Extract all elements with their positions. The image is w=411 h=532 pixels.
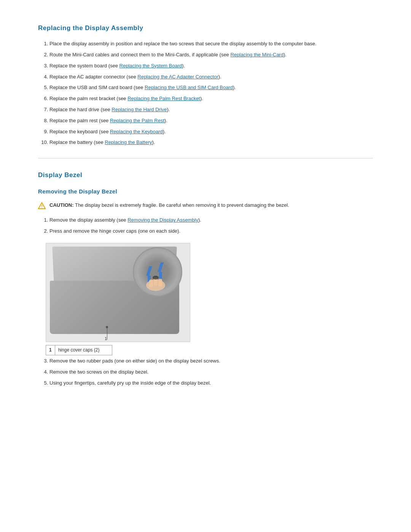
list-item: Replace the AC adapter connector (see Re…	[49, 73, 373, 81]
battery-link[interactable]: Replacing the Battery	[105, 139, 152, 145]
legend-number: 1	[46, 345, 55, 355]
step-text: Replace the palm rest (see Replacing the…	[49, 118, 167, 123]
legend-label: hinge cover caps (2)	[55, 345, 112, 355]
list-item: Press and remove the hinge cover caps (o…	[49, 227, 373, 235]
removing-display-bezel-title: Removing the Display Bezel	[38, 187, 373, 196]
step-text: Route the Mini-Card cables and connect t…	[49, 52, 287, 58]
step-text: Remove the two rubber pads (one on eithe…	[49, 358, 220, 364]
step-text: Replace the hard drive (see Replacing th…	[49, 107, 170, 112]
section-divider	[38, 158, 373, 158]
palm-rest-link[interactable]: Replacing the Palm Rest	[110, 118, 164, 123]
removing-display-bezel-steps-continued: Remove the two rubber pads (one on eithe…	[49, 357, 373, 387]
list-item: Replace the system board (see Replacing …	[49, 62, 373, 70]
list-item: Remove the two rubber pads (one on eithe…	[49, 357, 373, 365]
mini-card-link[interactable]: Replacing the Mini-Card	[230, 52, 283, 58]
hard-drive-link[interactable]: Replacing the Hard Drive	[112, 107, 167, 112]
laptop-image: 1	[46, 243, 190, 342]
usb-sim-link[interactable]: Replacing the USB and SIM Card Board	[145, 85, 233, 90]
legend-row: 1 hinge cover caps (2)	[46, 345, 112, 355]
list-item: Replace the battery (see Replacing the B…	[49, 139, 373, 147]
keyboard-link[interactable]: Replacing the Keyboard	[110, 129, 163, 134]
list-item: Place the display assembly in position a…	[49, 40, 373, 48]
removing-display-bezel-steps: Remove the display assembly (see Removin…	[49, 216, 373, 235]
display-bezel-section: Display Bezel Removing the Display Bezel…	[38, 170, 373, 387]
svg-rect-9	[158, 279, 162, 286]
svg-rect-5	[159, 272, 162, 280]
step-text: Remove the display assembly (see Removin…	[49, 217, 201, 223]
legend-table: 1 hinge cover caps (2)	[46, 345, 112, 355]
removing-display-bezel-subsection: Removing the Display Bezel ! CAUTION: Th…	[38, 187, 373, 387]
svg-marker-2	[146, 266, 152, 276]
step-text: Replace the AC adapter connector (see Re…	[49, 74, 221, 80]
list-item: Remove the display assembly (see Removin…	[49, 216, 373, 224]
replacing-display-assembly-section: Replacing the Display Assembly Place the…	[38, 23, 373, 147]
list-item: Replace the palm rest (see Replacing the…	[49, 117, 373, 125]
step-text: Replace the palm rest bracket (see Repla…	[49, 96, 203, 101]
callout-line	[107, 328, 107, 340]
caution-description: The display bezel is extremely fragile. …	[75, 202, 289, 208]
removing-display-assembly-link[interactable]: Removing the Display Assembly	[127, 217, 198, 223]
list-item: Remove the two screws on the display bez…	[49, 368, 373, 376]
system-board-link[interactable]: Replacing the System Board	[119, 63, 182, 69]
svg-text:!: !	[41, 204, 43, 209]
list-item: Replace the hard drive (see Replacing th…	[49, 106, 373, 114]
list-item: Replace the USB and SIM card board (see …	[49, 84, 373, 92]
step-text: Using your fingertips, carefully pry up …	[49, 380, 211, 386]
ac-adapter-link[interactable]: Replacing the AC Adapter Connector	[137, 74, 218, 80]
display-bezel-title: Display Bezel	[38, 170, 373, 180]
step-text: Replace the battery (see Replacing the B…	[49, 139, 155, 145]
caution-text: CAUTION: The display bezel is extremely …	[49, 201, 289, 209]
list-item: Using your fingertips, carefully pry up …	[49, 379, 373, 387]
replacing-display-assembly-steps: Place the display assembly in position a…	[49, 40, 373, 147]
caution-icon: !	[38, 202, 46, 209]
step-text: Place the display assembly in position a…	[49, 41, 317, 46]
caution-box: ! CAUTION: The display bezel is extremel…	[38, 201, 373, 209]
step-text: Replace the keyboard (see Replacing the …	[49, 129, 166, 134]
svg-rect-7	[149, 280, 153, 287]
replacing-display-assembly-title: Replacing the Display Assembly	[38, 23, 373, 33]
step-text: Replace the USB and SIM card board (see …	[49, 85, 236, 90]
blue-arrows-svg	[139, 251, 177, 293]
caution-label: CAUTION:	[49, 202, 74, 208]
palm-rest-bracket-link[interactable]: Replacing the Palm Rest Bracket	[127, 96, 200, 101]
svg-point-10	[153, 276, 159, 280]
hinge-caps-image-container: 1 1 hinge cover caps (2)	[46, 243, 190, 350]
list-item: Replace the keyboard (see Replacing the …	[49, 128, 373, 136]
list-item: Route the Mini-Card cables and connect t…	[49, 51, 373, 59]
magnify-circle	[133, 247, 182, 297]
svg-marker-4	[158, 262, 164, 272]
step-text: Press and remove the hinge cover caps (o…	[49, 228, 180, 234]
step-text: Replace the system board (see Replacing …	[49, 63, 185, 69]
list-item: Replace the palm rest bracket (see Repla…	[49, 95, 373, 103]
step-text: Remove the two screws on the display bez…	[49, 369, 148, 375]
callout-number: 1	[105, 335, 107, 342]
